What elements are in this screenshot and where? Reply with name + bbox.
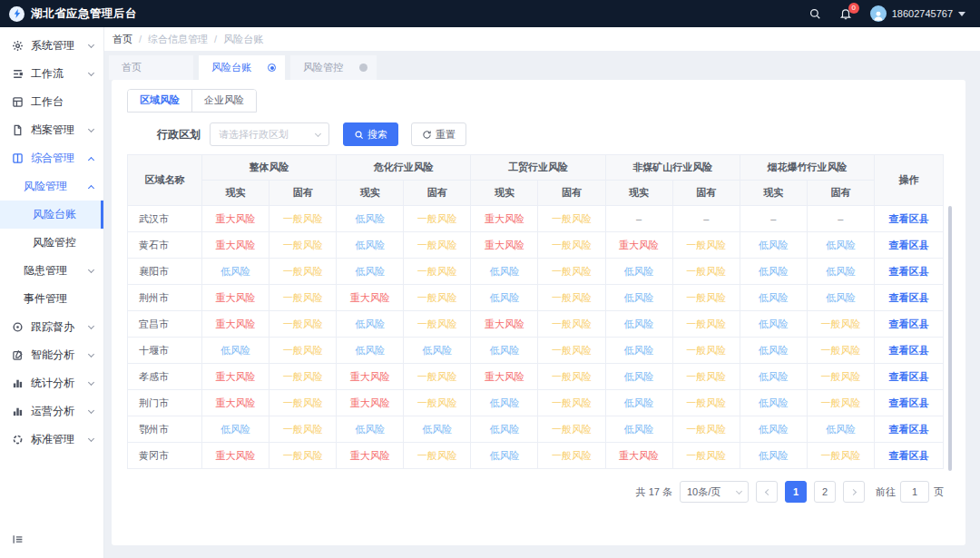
col-group-header-1: 危化行业风险 [337, 155, 471, 181]
tab-enterprise-risk[interactable]: 企业风险 [192, 90, 256, 112]
sidebar-collapse-icon[interactable] [12, 533, 24, 549]
risk-level-cell: 一般风险 [404, 443, 471, 469]
district-filter-label: 行政区划 [157, 127, 201, 142]
sidebar-item-label: 风险管理 [24, 179, 89, 194]
sidebar-item-standard-management[interactable]: 标准管理 [0, 426, 103, 454]
risk-level-cell: 一般风险 [270, 443, 337, 469]
page-tab-risk-ledger[interactable]: 风险台账 [199, 55, 285, 80]
view-districts-link[interactable]: 查看区县 [889, 213, 929, 224]
sidebar-item-comprehensive-management[interactable]: 综合管理 [0, 144, 103, 172]
sidebar-menu: 系统管理工作流工作台档案管理综合管理风险管理风险台账风险管控隐患管理事件管理跟踪… [0, 27, 103, 454]
chevron-left-icon [764, 488, 770, 494]
risk-level-cell: 低风险 [740, 364, 807, 390]
sidebar-item-smart-analysis[interactable]: 智能分析 [0, 341, 103, 369]
jump-suffix-label: 页 [934, 485, 944, 499]
sidebar-item-archive-management[interactable]: 档案管理 [0, 116, 103, 144]
risk-level-cell: 一般风险 [270, 311, 337, 338]
page-number-button-2[interactable]: 2 [814, 481, 836, 503]
tab-close-icon[interactable] [359, 64, 368, 72]
sidebar-item-statistical-analysis[interactable]: 统计分析 [0, 369, 103, 397]
tab-close-icon[interactable] [268, 64, 276, 72]
view-districts-link[interactable]: 查看区县 [889, 345, 929, 356]
risk-level-cell: 一般风险 [270, 285, 337, 311]
breadcrumb-item: 综合信息管理 [148, 33, 208, 46]
sidebar-item-incident-management[interactable]: 事件管理 [0, 285, 103, 313]
sidebar-item-tracking-supervision[interactable]: 跟踪督办 [0, 313, 103, 341]
risk-level-cell: 低风险 [471, 416, 538, 443]
top-header-bar: 湖北省应急管理后台 0 18602745767 [0, 0, 980, 27]
search-button[interactable]: 搜索 [343, 122, 398, 146]
risk-level-cell: 一般风险 [538, 443, 605, 469]
region-name-cell: 孝感市 [128, 364, 202, 390]
risk-table: 区域名称整体风险危化行业风险工贸行业风险非煤矿山行业风险烟花爆竹行业风险操作现实… [127, 154, 944, 469]
risk-level-cell: 重大风险 [202, 364, 270, 390]
risk-level-cell: 重大风险 [202, 285, 270, 311]
risk-level-cell: 一般风险 [270, 259, 337, 285]
standard-management-ring-icon [12, 434, 24, 445]
view-districts-link[interactable]: 查看区县 [889, 318, 929, 329]
risk-level-cell: 低风险 [471, 285, 538, 311]
prev-page-button[interactable] [756, 481, 778, 503]
sidebar-item-risk-control[interactable]: 风险管控 [0, 229, 103, 257]
sidebar-item-hazard-management[interactable]: 隐患管理 [0, 257, 103, 285]
sidebar-item-operation-analysis[interactable]: 运营分析 [0, 397, 103, 426]
notification-bell-icon[interactable]: 0 [839, 7, 852, 20]
risk-level-cell: 一般风险 [538, 232, 605, 259]
sidebar-item-risk-ledger[interactable]: 风险台账 [0, 201, 103, 229]
page-size-select[interactable]: 10条/页 [680, 481, 749, 503]
table-scrollbar[interactable] [948, 206, 952, 471]
tab-region-risk[interactable]: 区域风险 [128, 90, 192, 112]
view-districts-link[interactable]: 查看区县 [889, 450, 929, 461]
sidebar-item-workflow[interactable]: 工作流 [0, 60, 103, 88]
risk-level-cell: 重大风险 [337, 443, 404, 469]
risk-level-cell: 一般风险 [538, 416, 605, 443]
reset-button[interactable]: 重置 [411, 122, 466, 146]
content-card: 区域风险企业风险 行政区划 请选择行政区划 搜索 [112, 80, 965, 545]
sidebar-item-system-management[interactable]: 系统管理 [0, 32, 103, 60]
sidebar-item-label: 档案管理 [31, 122, 89, 138]
sidebar-item-workbench[interactable]: 工作台 [0, 88, 103, 116]
col-subheader-inherent: 固有 [672, 181, 740, 206]
region-name-cell: 鄂州市 [128, 416, 202, 443]
chevron-right-icon [849, 488, 856, 494]
view-districts-link[interactable]: 查看区县 [889, 424, 929, 435]
page-tab-home[interactable]: 首页 [109, 55, 193, 80]
view-districts-link[interactable]: 查看区县 [889, 371, 929, 382]
sidebar-item-label: 系统管理 [31, 38, 89, 54]
risk-level-cell: 一般风险 [404, 206, 471, 232]
risk-level-cell: 低风险 [740, 232, 807, 259]
risk-level-cell: 低风险 [605, 416, 672, 443]
breadcrumb-separator: / [139, 34, 142, 44]
risk-level-cell: 低风险 [740, 311, 807, 338]
operation-analysis-chart-icon [12, 406, 24, 417]
region-name-cell: 武汉市 [128, 206, 202, 232]
view-districts-link[interactable]: 查看区县 [889, 397, 929, 408]
search-icon[interactable] [808, 7, 821, 20]
risk-level-cell: 一般风险 [270, 364, 337, 390]
risk-level-cell: 低风险 [202, 259, 270, 285]
tracking-supervision-target-icon [12, 321, 24, 333]
user-menu[interactable]: 18602745767 [870, 5, 965, 22]
action-cell: 查看区县 [875, 285, 944, 311]
breadcrumb-item[interactable]: 首页 [113, 33, 132, 46]
page-number-button-1[interactable]: 1 [785, 481, 807, 503]
risk-level-cell: 重大风险 [337, 390, 404, 416]
pagination: 共 17 条 10条/页 12 前往 页 [127, 481, 944, 503]
risk-level-cell: 低风险 [471, 443, 538, 469]
table-row: 荆门市重大风险一般风险重大风险一般风险低风险一般风险低风险一般风险低风险一般风险… [128, 390, 944, 416]
view-districts-link[interactable]: 查看区县 [889, 292, 929, 303]
risk-level-cell: 低风险 [337, 338, 404, 364]
district-select[interactable]: 请选择行政区划 [210, 122, 329, 146]
risk-level-cell: 重大风险 [471, 232, 538, 259]
risk-level-cell: 低风险 [807, 416, 874, 443]
select-caret-icon [315, 130, 321, 136]
view-districts-link[interactable]: 查看区县 [889, 240, 929, 250]
page-tab-risk-control[interactable]: 风险管控 [290, 55, 377, 80]
next-page-button[interactable] [843, 481, 865, 503]
workbench-desk-icon [12, 96, 24, 108]
table-row: 十堰市低风险一般风险低风险低风险低风险一般风险低风险一般风险低风险一般风险查看区… [128, 338, 944, 364]
risk-level-cell: 低风险 [337, 206, 404, 232]
view-districts-link[interactable]: 查看区县 [889, 266, 929, 277]
jump-page-input[interactable] [900, 481, 929, 503]
sidebar-item-risk-management[interactable]: 风险管理 [0, 172, 103, 201]
